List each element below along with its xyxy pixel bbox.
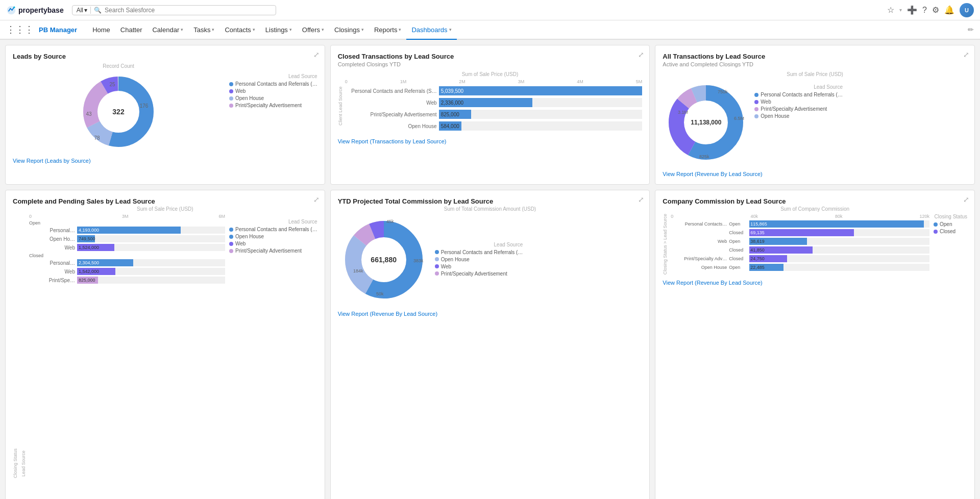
legend-item-personal: Personal Contacts and Referrals (…: [229, 81, 317, 87]
bar-row: Web 1,524,000: [29, 244, 225, 251]
nav-item-contacts[interactable]: Contacts▾: [219, 20, 260, 39]
nav-item-offers[interactable]: Offers▾: [297, 20, 329, 39]
nav-item-calendar[interactable]: Calendar▾: [147, 20, 188, 39]
expand-icon[interactable]: ⤢: [963, 195, 969, 204]
all-transactions-legend: Lead Source Personal Contacts and Referr…: [754, 79, 843, 166]
chevron-down-icon: ▾: [84, 7, 87, 14]
card-title: Company Commission by Lead Source: [663, 197, 967, 205]
y-axis-label: Client Lead Source: [338, 79, 343, 133]
top-bar: propertybase All ▾ 🔍 ☆ ▾ ➕ ? ⚙ 🔔 U: [0, 0, 980, 20]
view-report-closed-transactions[interactable]: View Report (Transactions by Lead Source…: [338, 138, 643, 144]
svg-text:750k: 750k: [718, 89, 728, 94]
card-title: Leads by Source: [13, 53, 317, 60]
svg-text:25: 25: [109, 82, 115, 87]
ytd-legend: Lead Source Personal Contacts and Referr…: [435, 242, 523, 278]
chevron-down-icon: ▾: [322, 27, 324, 32]
nav-item-reports[interactable]: Reports▾: [369, 20, 407, 39]
chevron-down-icon: ▾: [181, 27, 183, 32]
edit-icon[interactable]: ✏: [968, 26, 974, 34]
svg-text:3.1M: 3.1M: [678, 110, 688, 115]
x-axis-label: Sum of Company Commission: [663, 206, 967, 212]
svg-text:6.5M: 6.5M: [734, 116, 744, 121]
svg-text:78: 78: [94, 135, 100, 141]
dashboard-grid: ⤢ Leads by Source Record Count: [5, 45, 975, 499]
nav-item-closings[interactable]: Closings▾: [329, 20, 369, 39]
apps-icon[interactable]: ⋮⋮⋮: [6, 24, 34, 35]
x-axis-label: Sum of Sale Price (USD): [338, 71, 643, 77]
chevron-down-icon: ▾: [361, 27, 364, 32]
bar-row: Open Ho… 749,500: [29, 235, 225, 242]
search-icon: 🔍: [94, 7, 102, 14]
notifications-icon[interactable]: 🔔: [944, 5, 954, 15]
expand-icon[interactable]: ⤢: [313, 51, 320, 59]
donut-value-all-transactions: 11,138,000: [691, 119, 721, 126]
card-all-transactions: ⤢ All Transactions by Lead Source Active…: [655, 45, 975, 185]
add-icon[interactable]: ➕: [907, 5, 917, 15]
view-report-leads[interactable]: View Report (Leads by Source): [13, 158, 317, 164]
chevron-down-icon: ▾: [449, 27, 452, 32]
card-subtitle: Completed Closings YTD: [338, 61, 643, 67]
card-title: Closed Transactions by Lead Source: [338, 53, 643, 60]
svg-point-1: [13, 6, 15, 8]
bar-row: Personal… 4,193,000: [29, 227, 225, 234]
card-title: Complete and Pending Sales by Lead Sourc…: [13, 197, 317, 205]
group-label-closed: Closed: [29, 253, 225, 258]
bar-row: Web 1,542,000: [29, 268, 225, 275]
nav-item-tasks[interactable]: Tasks▾: [188, 20, 219, 39]
bar-row: Closed 41,850: [671, 246, 929, 254]
company-commission-legend: Closing Status Open Closed: [932, 214, 967, 275]
chevron-down-icon: ▾: [399, 27, 401, 32]
search-all-dropdown[interactable]: All ▾: [77, 7, 91, 14]
expand-icon[interactable]: ⤢: [313, 195, 320, 204]
card-title: All Transactions by Lead Source: [663, 53, 967, 60]
y-axis-label: Closing Status > Lead Source: [663, 214, 668, 275]
nav-item-home[interactable]: Home: [87, 20, 115, 39]
nav-item-dashboards[interactable]: Dashboards▾: [406, 20, 456, 40]
bar-row: Print/Specialty Adv… Closed 24,750: [671, 255, 929, 262]
view-report-company-commission-lead[interactable]: View Report (Revenue By Lead Source): [663, 280, 967, 286]
svg-text:184k: 184k: [353, 268, 363, 273]
x-axis-label: Sum of Sale Price (USD): [13, 206, 317, 212]
avatar[interactable]: U: [960, 3, 974, 17]
search-input[interactable]: [105, 7, 272, 14]
search-bar[interactable]: All ▾ 🔍: [72, 5, 276, 15]
bar-row: Closed 69,135: [671, 229, 929, 236]
x-axis-label: Sum of Total Commission Amount (USD): [338, 206, 643, 212]
card-complete-pending: ⤢ Complete and Pending Sales by Lead Sou…: [5, 190, 325, 499]
donut-value-leads: 322: [112, 108, 124, 116]
nav-item-chatter[interactable]: Chatter: [115, 20, 148, 39]
svg-text:45k: 45k: [386, 219, 394, 224]
group-label-open: Open: [29, 220, 225, 226]
card-closed-transactions: ⤢ Closed Transactions by Lead Source Com…: [330, 45, 650, 185]
legend-item-open-house: Open House: [229, 95, 317, 101]
axis-marks: 040k80k120k: [671, 214, 929, 219]
bar-row: Open House Open 22,485: [671, 264, 929, 271]
expand-icon[interactable]: ⤢: [638, 195, 644, 204]
view-report-all-transactions[interactable]: View Report (Revenue By Lead Source): [663, 171, 967, 177]
record-count-label: Record Count: [13, 63, 224, 69]
expand-icon[interactable]: ⤢: [963, 51, 969, 59]
chevron-down-icon-fav[interactable]: ▾: [899, 7, 902, 13]
view-report-ytd[interactable]: View Report (Revenue By Lead Source): [338, 311, 643, 317]
favorites-icon[interactable]: ☆: [887, 5, 894, 15]
bar-row: Personal Contacts… Open 115,865: [671, 220, 929, 228]
bar-row: Personal… 2,304,500: [29, 259, 225, 266]
chevron-down-icon: ▾: [212, 27, 214, 32]
card-title: YTD Projected Total Commission by Lead S…: [338, 197, 643, 205]
settings-icon[interactable]: ⚙: [932, 5, 939, 15]
axis-marks: 03M6M: [29, 214, 225, 219]
x-axis-label: Sum of Sale Price (USD): [663, 71, 967, 77]
logo-text: propertybase: [18, 6, 64, 14]
chevron-down-icon: ▾: [289, 27, 292, 32]
axis-marks: 01M2M3M4M5M: [345, 79, 643, 84]
card-subtitle: Active and Completed Closings YTD: [663, 61, 967, 67]
nav-item-listings[interactable]: Listings▾: [260, 20, 297, 39]
bar-row: Print/Specialty Advertisement 825,000: [345, 110, 643, 119]
bar-row: Web 2,336,000: [345, 98, 643, 107]
help-icon[interactable]: ?: [922, 6, 927, 15]
y-axis-label2: Lead Source: [21, 214, 26, 499]
bar-row: Personal Contacts and Referrals (S… 5,03…: [345, 86, 643, 95]
card-leads-by-source: ⤢ Leads by Source Record Count: [5, 45, 325, 185]
expand-icon[interactable]: ⤢: [638, 51, 644, 59]
leads-legend: Lead Source Personal Contacts and Referr…: [229, 63, 317, 153]
